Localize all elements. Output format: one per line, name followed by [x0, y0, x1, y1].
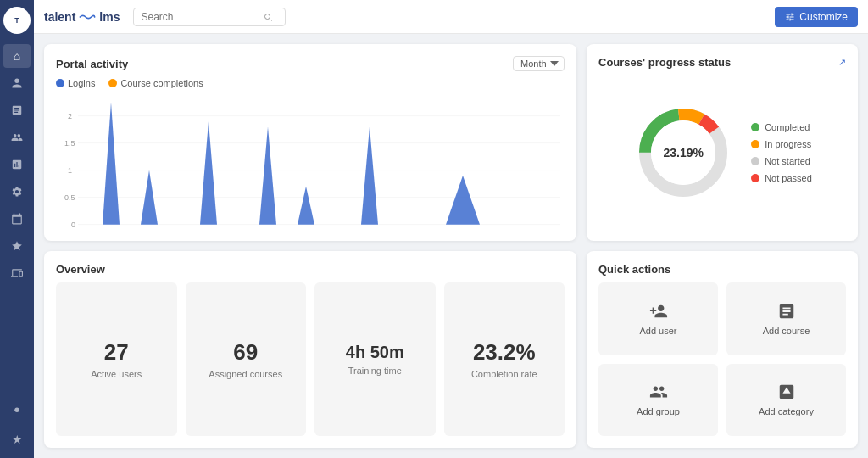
legend-not-passed: Not passed [751, 173, 812, 183]
svg-text:1: 1 [68, 166, 72, 175]
donut-center-value: 23.19% [663, 146, 703, 159]
bar-6 [298, 187, 314, 225]
svg-text:0.5: 0.5 [64, 193, 75, 202]
sidebar-item-home[interactable]: ⌂ [3, 44, 31, 68]
search-input[interactable] [141, 11, 259, 23]
sidebar-item-gamification[interactable] [3, 234, 31, 258]
customize-icon [785, 12, 795, 22]
sidebar-item-settings[interactable] [3, 180, 31, 204]
add-group-button[interactable]: Add group [598, 364, 718, 437]
sidebar-item-profile[interactable] [3, 400, 31, 424]
completed-dot [751, 123, 760, 131]
add-category-icon [777, 383, 796, 401]
stat-training-time: 4h 50m Training time [314, 282, 436, 436]
external-link-icon[interactable]: ↗ [838, 57, 846, 68]
courses-progress-header: Courses' progress status ↗ [598, 56, 846, 69]
sidebar-item-star[interactable]: ★ [3, 427, 31, 451]
assigned-courses-label: Assigned courses [209, 369, 282, 379]
legend-logins: Logins [56, 78, 95, 88]
overview-title: Overview [56, 263, 565, 276]
bar-3 [200, 121, 217, 225]
add-user-icon [649, 302, 668, 321]
not-passed-dot [751, 174, 760, 182]
not-started-dot [751, 157, 760, 165]
svg-text:2: 2 [68, 112, 72, 120]
add-course-label: Add course [763, 326, 810, 336]
add-category-button[interactable]: Add category [726, 364, 846, 437]
donut-container: 23.19% Completed In progress Not started [598, 75, 846, 229]
courses-progress-title: Courses' progress status [598, 56, 731, 69]
donut-legend: Completed In progress Not started Not pa… [751, 122, 812, 183]
add-user-label: Add user [639, 326, 676, 336]
sidebar: T ⌂ ★ [0, 0, 34, 458]
courses-progress-card: Courses' progress status ↗ [587, 44, 858, 241]
bar-0 [103, 103, 120, 225]
sidebar-item-courses[interactable] [3, 98, 31, 122]
active-users-label: Active users [91, 369, 142, 379]
quick-actions-title: Quick actions [598, 263, 846, 276]
stat-completion-rate: 23.2% Completion rate [444, 282, 565, 436]
sidebar-item-integrations[interactable] [3, 261, 31, 285]
overview-card: Overview 27 Active users 69 Assigned cou… [44, 251, 576, 448]
legend-completed: Completed [751, 122, 812, 132]
search-icon [263, 12, 273, 22]
assigned-courses-value: 69 [233, 339, 258, 366]
svg-text:0: 0 [71, 221, 75, 229]
add-group-label: Add group [637, 406, 680, 416]
completions-dot [108, 79, 117, 87]
completion-rate-label: Completion rate [471, 369, 537, 379]
legend-not-started: Not started [751, 156, 812, 166]
logo-text: talent [44, 10, 75, 24]
logo-icon [79, 11, 96, 23]
quick-actions-card: Quick actions Add user Add course Add gr… [587, 251, 858, 448]
sidebar-item-groups[interactable] [3, 126, 31, 149]
stat-active-users: 27 Active users [56, 282, 177, 436]
add-user-button[interactable]: Add user [598, 282, 718, 355]
sidebar-item-calendar[interactable] [3, 207, 31, 231]
stat-assigned-courses: 69 Assigned courses [186, 282, 307, 436]
customize-label: Customize [799, 11, 848, 23]
portal-activity-header: Portal activity Month [56, 56, 565, 71]
sidebar-item-reports[interactable] [3, 153, 31, 176]
portal-activity-title: Portal activity [56, 58, 128, 70]
in-progress-dot [751, 140, 760, 148]
training-time-value: 4h 50m [346, 343, 404, 362]
add-course-button[interactable]: Add course [726, 282, 846, 355]
activity-chart: 0 0.5 1 1.5 2 [56, 93, 565, 229]
add-category-label: Add category [759, 406, 814, 416]
topbar: talent lms Customize [34, 0, 868, 34]
topbar-logo: talent lms [44, 10, 120, 24]
bar-5 [259, 126, 276, 224]
sidebar-item-users[interactable] [3, 71, 31, 95]
donut-chart: 23.19% [632, 102, 734, 204]
sidebar-logo: T [3, 7, 31, 34]
customize-button[interactable]: Customize [775, 7, 858, 27]
add-group-icon [649, 383, 668, 401]
logins-dot [56, 79, 64, 87]
svg-text:1.5: 1.5 [64, 139, 75, 148]
logo-lms: lms [99, 10, 120, 24]
search-box[interactable] [133, 8, 286, 26]
active-users-value: 27 [104, 339, 129, 366]
chart-legend: Logins Course completions [56, 78, 565, 88]
stats-grid: 27 Active users 69 Assigned courses 4h 5… [56, 282, 565, 436]
add-course-icon [777, 302, 796, 321]
main-content: Portal activity Month Logins Course comp… [34, 34, 868, 458]
completion-rate-value: 23.2% [473, 339, 536, 366]
legend-in-progress: In progress [751, 139, 812, 149]
actions-grid: Add user Add course Add group Add catego… [598, 282, 846, 436]
bar-8 [361, 126, 378, 224]
training-time-label: Training time [348, 366, 402, 376]
portal-activity-card: Portal activity Month Logins Course comp… [44, 44, 576, 241]
chart-area: 0 0.5 1 1.5 2 [56, 93, 565, 229]
bar-10 [446, 176, 480, 225]
period-select[interactable]: Month [513, 56, 565, 71]
legend-completions: Course completions [108, 78, 203, 88]
